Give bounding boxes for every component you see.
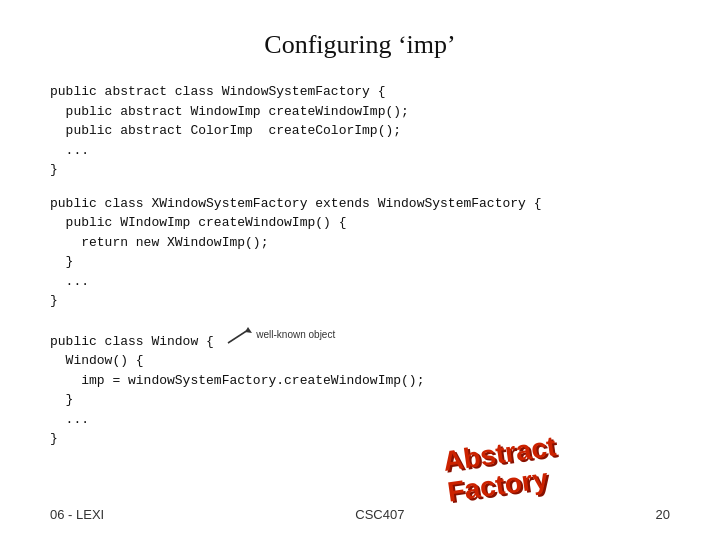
arrow-icon <box>226 325 256 345</box>
code-block-2: public class XWindowSystemFactory extend… <box>50 194 670 311</box>
code-section-2: public class XWindowSystemFactory extend… <box>50 194 670 311</box>
window-class-declaration: public class Window { <box>50 334 214 349</box>
well-known-label: well-known object <box>256 329 335 340</box>
svg-line-0 <box>228 330 248 343</box>
window-class-header: public class Window { well-known object <box>50 325 335 352</box>
footer-center: CSC407 <box>355 507 404 522</box>
slide: Configuring ‘imp’ public abstract class … <box>0 0 720 540</box>
abstract-factory-watermark: Abstract Factory <box>445 439 615 514</box>
code-block-1: public abstract class WindowSystemFactor… <box>50 82 670 180</box>
annotation-group: well-known object <box>226 325 335 345</box>
slide-title: Configuring ‘imp’ <box>50 30 670 60</box>
footer: 06 - LEXI CSC407 20 <box>50 507 670 522</box>
svg-marker-1 <box>245 327 252 333</box>
footer-right: 20 <box>656 507 670 522</box>
code-block-3-rest: Window() { imp = windowSystemFactory.cre… <box>50 351 670 449</box>
footer-left: 06 - LEXI <box>50 507 104 522</box>
code-section-1: public abstract class WindowSystemFactor… <box>50 82 670 180</box>
code-section-3: public class Window { well-known object … <box>50 325 670 449</box>
